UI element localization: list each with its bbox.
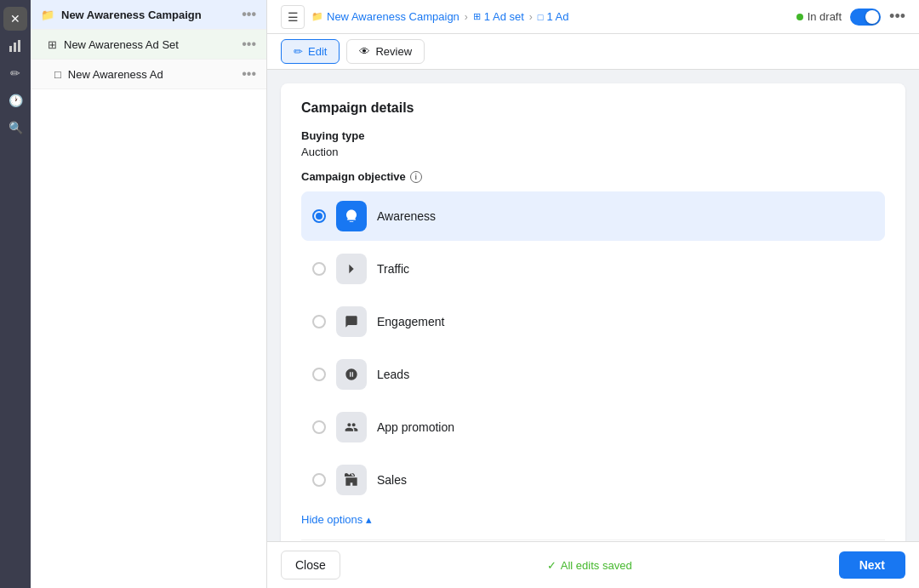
status-badge: In draft [796,10,842,23]
objective-sales[interactable]: Sales [301,455,885,505]
search-icon-btn[interactable]: 🔍 [3,116,27,140]
breadcrumb-adset-label: 1 Ad set [484,10,524,23]
campaign-toggle[interactable] [850,9,881,26]
breadcrumb-adset[interactable]: ⊞ 1 Ad set [473,10,524,23]
campaign-tree-menu[interactable]: ••• [242,7,256,22]
traffic-icon-wrap [336,254,367,284]
traffic-label: Traffic [377,262,409,276]
review-button[interactable]: 👁 Review [346,39,425,64]
leads-label: Leads [377,368,409,381]
traffic-icon [345,262,358,276]
ad-tree-menu[interactable]: ••• [242,66,256,82]
buying-type-label: Buying type [301,129,885,142]
engagement-label: Engagement [377,315,444,328]
radio-awareness [312,209,326,223]
eye-icon: 👁 [359,45,370,58]
bottom-bar: Close ✓ All edits saved Next [267,541,919,588]
sales-icon [345,473,358,487]
sales-icon-wrap [336,465,367,495]
breadcrumb-ad-label: 1 Ad [546,10,568,23]
app-promotion-label: App promotion [377,420,454,434]
topbar-more-menu[interactable]: ••• [889,8,905,26]
breadcrumb: 📁 New Awareness Campaign › ⊞ 1 Ad set › … [311,10,790,23]
campaign-folder-icon: 📁 [41,9,54,21]
leads-icon-wrap [336,359,367,390]
adset-tree-menu[interactable]: ••• [242,37,256,52]
breadcrumb-campaign-icon: 📁 [311,11,323,22]
card-title: Campaign details [301,100,885,116]
hide-options-link[interactable]: Hide options ▴ [301,513,372,526]
topbar-right: In draft ••• [796,8,905,26]
action-bar: ✏ Edit 👁 Review [267,34,919,70]
objective-engagement[interactable]: Engagement [301,297,885,346]
close-button[interactable]: Close [281,551,340,579]
saved-message: ✓ All edits saved [547,559,632,572]
sales-label: Sales [377,473,407,487]
breadcrumb-sep-2: › [529,11,533,23]
ad-square-icon: □ [54,68,61,81]
edit-button[interactable]: ✏ Edit [281,39,340,64]
chart-icon-btn[interactable] [3,34,27,58]
campaign-tree-label: New Awareness Campaign [61,9,235,21]
awareness-label: Awareness [377,209,436,223]
form-area: Campaign details Buying type Auction Cam… [267,70,919,541]
adset-tree-label: New Awareness Ad Set [64,38,235,51]
ad-tree-item[interactable]: □ New Awareness Ad ••• [31,60,266,89]
status-dot [796,14,803,20]
objective-traffic[interactable]: Traffic [301,244,885,294]
next-button[interactable]: Next [839,551,905,579]
clock-icon-btn[interactable]: 🕐 [3,88,27,112]
awareness-icon-wrap [336,201,367,231]
edit-icon: ✏ [294,45,303,58]
breadcrumb-campaign[interactable]: 📁 New Awareness Campaign [311,10,460,23]
close-icon-btn[interactable]: ✕ [3,7,27,31]
app-promotion-icon [345,420,358,434]
svg-rect-2 [18,40,20,52]
tree-panel: 📁 New Awareness Campaign ••• ⊞ New Aware… [31,0,267,588]
edit-icon-btn[interactable]: ✏ [3,61,27,85]
breadcrumb-ad[interactable]: □ 1 Ad [538,10,569,23]
breadcrumb-ad-icon: □ [538,12,544,22]
objective-app-promotion[interactable]: App promotion [301,402,885,452]
breadcrumb-adset-icon: ⊞ [473,11,481,22]
radio-engagement [312,315,326,328]
checkmark-icon: ✓ [547,559,557,572]
engagement-icon-wrap [336,306,367,337]
breadcrumb-sep-1: › [465,11,468,23]
status-label: In draft [808,10,842,23]
sidebar-icons: ✕ ✏ 🕐 🔍 [0,0,31,588]
radio-leads [312,368,326,381]
svg-rect-1 [14,43,16,52]
engagement-icon [345,315,358,328]
leads-icon [345,368,358,381]
edit-label: Edit [308,45,327,58]
campaign-tree-item[interactable]: 📁 New Awareness Campaign ••• [31,0,266,30]
app-promotion-icon-wrap [336,412,367,442]
main-content: ☰ 📁 New Awareness Campaign › ⊞ 1 Ad set … [267,0,919,588]
objective-info-icon[interactable]: i [410,171,422,183]
breadcrumb-campaign-label: New Awareness Campaign [327,10,460,23]
adset-tree-item[interactable]: ⊞ New Awareness Ad Set ••• [31,30,266,60]
review-label: Review [375,45,412,58]
campaign-objective-label: Campaign objective i [301,170,885,183]
ad-tree-label: New Awareness Ad [68,68,235,81]
objective-leads[interactable]: Leads [301,350,885,399]
objective-awareness[interactable]: Awareness [301,191,885,241]
awareness-icon [344,208,359,224]
radio-traffic [312,262,326,276]
objective-list: Awareness Traffic Engagement [301,191,885,505]
adset-grid-icon: ⊞ [48,38,57,51]
topbar: ☰ 📁 New Awareness Campaign › ⊞ 1 Ad set … [267,0,919,34]
svg-rect-0 [9,46,12,52]
toggle-panel-button[interactable]: ☰ [281,5,305,29]
radio-sales [312,473,326,487]
saved-label: All edits saved [561,559,632,572]
campaign-details-card: Campaign details Buying type Auction Cam… [281,83,905,541]
radio-app-promotion [312,420,326,434]
buying-type-value: Auction [301,146,885,158]
